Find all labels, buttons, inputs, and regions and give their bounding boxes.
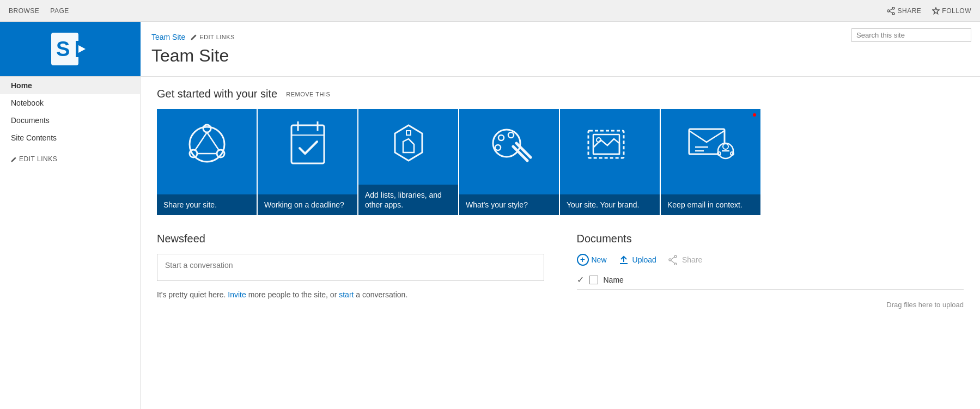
edit-links-header-btn[interactable]: EDIT LINKS	[191, 34, 235, 40]
tile-add-lists[interactable]: Add lists, libraries, and other apps.	[358, 109, 458, 215]
share-doc-icon	[667, 254, 679, 266]
content-area: Get started with your site REMOVE THIS	[141, 77, 980, 409]
top-bar-right: SHARE FOLLOW	[887, 7, 971, 15]
share-icon	[887, 7, 895, 15]
newsfeed-input[interactable]	[157, 254, 544, 281]
logo-area: S	[0, 22, 141, 76]
doc-icon-col	[589, 276, 598, 284]
deadline-icon-area	[258, 109, 357, 180]
tiles-row: Share your site. Working on a deadline?	[157, 109, 964, 215]
doc-check-col: ✓	[577, 274, 584, 285]
remove-this-btn[interactable]: REMOVE THIS	[286, 91, 330, 97]
svg-marker-5	[933, 8, 939, 14]
page-title: Team Site	[151, 46, 969, 66]
top-bar-left: BROWSE PAGE	[9, 7, 69, 15]
browse-link[interactable]: BROWSE	[9, 7, 39, 15]
svg-line-15	[207, 132, 219, 150]
tile-add-lists-label: Add lists, libraries, and other apps.	[358, 185, 458, 215]
sharepoint-logo: S	[48, 30, 92, 68]
drag-files-text: Drag files here to upload	[577, 301, 964, 309]
tile-deadline[interactable]: Working on a deadline?	[258, 109, 357, 215]
svg-line-42	[671, 261, 674, 264]
tile-email-label: Keep email in context.	[661, 194, 760, 215]
newsfeed-section: Newsfeed It's pretty quiet here. Invite …	[157, 233, 544, 309]
add-lists-icon-area	[358, 109, 458, 180]
sidebar-item-home[interactable]: Home	[0, 77, 140, 94]
tile-brand[interactable]: Your site. Your brand.	[560, 109, 660, 215]
tile-email[interactable]: Keep email in context.	[661, 109, 760, 215]
style-icon-area	[459, 109, 559, 180]
sidebar-item-documents[interactable]: Documents	[0, 112, 140, 129]
start-link[interactable]: start	[339, 290, 354, 299]
search-box-container	[851, 28, 971, 42]
top-bar: BROWSE PAGE SHARE FOLLOW	[0, 0, 980, 22]
pencil-sidebar-icon	[11, 156, 17, 162]
svg-point-25	[495, 145, 501, 150]
page-link[interactable]: PAGE	[50, 7, 69, 15]
share-site-icon	[182, 120, 232, 169]
svg-point-2	[892, 13, 894, 15]
tile-brand-label: Your site. Your brand.	[560, 194, 660, 215]
svg-line-14	[195, 132, 207, 150]
star-icon	[932, 7, 940, 15]
tile-style-label: What's your style?	[459, 194, 559, 215]
invite-link[interactable]: Invite	[228, 290, 246, 299]
site-name-link[interactable]: Team Site	[151, 33, 185, 41]
upload-icon	[618, 254, 630, 266]
tile-share-site-label: Share your site.	[157, 194, 257, 215]
main-layout: Home Notebook Documents Site Contents ED…	[0, 77, 980, 409]
header-area: S Team Site EDIT LINKS Team Site	[0, 22, 980, 77]
svg-point-24	[508, 132, 514, 138]
sidebar: Home Notebook Documents Site Contents ED…	[0, 77, 141, 409]
newsfeed-quiet-text: It's pretty quiet here. Invite more peop…	[157, 290, 544, 299]
share-action[interactable]: SHARE	[887, 7, 921, 15]
tile-share-site[interactable]: Share your site.	[157, 109, 257, 215]
red-dot	[753, 113, 756, 117]
svg-line-4	[890, 11, 892, 13]
svg-point-1	[887, 10, 890, 12]
brand-icon-area	[560, 109, 660, 180]
email-icon	[686, 123, 735, 166]
doc-name-col: Name	[604, 276, 624, 284]
svg-line-41	[671, 257, 674, 260]
get-started-header: Get started with your site REMOVE THIS	[157, 88, 964, 100]
svg-point-0	[892, 7, 894, 9]
get-started-title: Get started with your site	[157, 88, 277, 100]
email-icon-area	[661, 109, 760, 180]
brand-icon	[586, 123, 635, 166]
search-input[interactable]	[851, 28, 971, 42]
site-nav-bar: Team Site EDIT LINKS	[151, 33, 969, 41]
svg-rect-21	[406, 131, 411, 135]
svg-text:S: S	[56, 38, 70, 60]
add-lists-icon	[387, 120, 430, 169]
two-col-section: Newsfeed It's pretty quiet here. Invite …	[157, 233, 964, 309]
svg-point-11	[203, 125, 211, 132]
new-doc-btn[interactable]: + New	[577, 254, 607, 266]
tile-deadline-label: Working on a deadline?	[258, 194, 357, 215]
newsfeed-title: Newsfeed	[157, 233, 544, 245]
doc-table-header: ✓ Name	[577, 274, 964, 290]
style-icon	[486, 121, 532, 168]
documents-section: Documents + New	[577, 233, 964, 309]
new-doc-circle-icon: +	[577, 254, 589, 266]
sidebar-item-notebook[interactable]: Notebook	[0, 94, 140, 112]
doc-actions: + New Upload	[577, 254, 964, 266]
deadline-icon	[286, 120, 330, 169]
share-site-icon-area	[157, 109, 257, 180]
svg-rect-17	[291, 125, 324, 163]
header-right: Team Site EDIT LINKS Team Site	[141, 22, 980, 76]
share-doc-btn[interactable]: Share	[667, 254, 702, 266]
documents-title: Documents	[577, 233, 964, 245]
edit-links-sidebar-btn[interactable]: EDIT LINKS	[0, 151, 140, 167]
pencil-icon	[191, 34, 197, 40]
upload-doc-btn[interactable]: Upload	[618, 254, 656, 266]
svg-line-3	[890, 9, 892, 10]
tile-style[interactable]: What's your style?	[459, 109, 559, 215]
follow-action[interactable]: FOLLOW	[932, 7, 971, 15]
sidebar-item-site-contents[interactable]: Site Contents	[0, 129, 140, 146]
svg-point-23	[498, 135, 504, 141]
